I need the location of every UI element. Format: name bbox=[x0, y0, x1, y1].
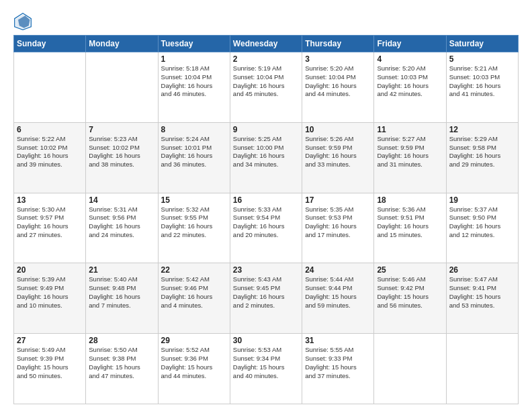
col-tuesday: Tuesday bbox=[158, 36, 230, 52]
day-number: 5 bbox=[449, 54, 515, 64]
col-friday: Friday bbox=[374, 36, 446, 52]
day-info: Sunrise: 5:25 AM Sunset: 10:00 PM Daylig… bbox=[233, 135, 299, 169]
calendar-cell: 20Sunrise: 5:39 AM Sunset: 9:49 PM Dayli… bbox=[14, 263, 86, 334]
col-thursday: Thursday bbox=[302, 36, 374, 52]
day-number: 14 bbox=[89, 195, 154, 205]
day-info: Sunrise: 5:52 AM Sunset: 9:36 PM Dayligh… bbox=[161, 346, 227, 380]
calendar-cell: 12Sunrise: 5:29 AM Sunset: 9:58 PM Dayli… bbox=[446, 122, 518, 193]
day-info: Sunrise: 5:20 AM Sunset: 10:04 PM Daylig… bbox=[305, 64, 371, 99]
calendar-week-row-4: 20Sunrise: 5:39 AM Sunset: 9:49 PM Dayli… bbox=[14, 263, 519, 334]
day-info: Sunrise: 5:33 AM Sunset: 9:54 PM Dayligh… bbox=[233, 205, 299, 240]
day-number: 7 bbox=[89, 125, 154, 134]
logo bbox=[13, 12, 35, 31]
calendar-cell: 6Sunrise: 5:22 AM Sunset: 10:02 PM Dayli… bbox=[14, 122, 86, 193]
col-sunday: Sunday bbox=[14, 36, 86, 52]
calendar-cell: 27Sunrise: 5:49 AM Sunset: 9:39 PM Dayli… bbox=[14, 334, 86, 404]
day-info: Sunrise: 5:30 AM Sunset: 9:57 PM Dayligh… bbox=[17, 205, 83, 240]
col-wednesday: Wednesday bbox=[230, 36, 302, 52]
calendar-cell bbox=[374, 334, 446, 404]
col-saturday: Saturday bbox=[446, 36, 518, 52]
calendar-cell: 28Sunrise: 5:50 AM Sunset: 9:38 PM Dayli… bbox=[86, 334, 158, 404]
calendar-cell: 26Sunrise: 5:47 AM Sunset: 9:41 PM Dayli… bbox=[446, 263, 518, 334]
day-number: 9 bbox=[233, 125, 299, 134]
day-info: Sunrise: 5:32 AM Sunset: 9:55 PM Dayligh… bbox=[161, 205, 227, 240]
calendar-cell: 10Sunrise: 5:26 AM Sunset: 9:59 PM Dayli… bbox=[302, 122, 374, 193]
day-number: 28 bbox=[89, 336, 154, 345]
page: Sunday Monday Tuesday Wednesday Thursday… bbox=[0, 0, 532, 411]
day-info: Sunrise: 5:40 AM Sunset: 9:48 PM Dayligh… bbox=[89, 275, 154, 310]
day-number: 3 bbox=[305, 54, 371, 64]
day-info: Sunrise: 5:50 AM Sunset: 9:38 PM Dayligh… bbox=[89, 346, 154, 380]
day-number: 31 bbox=[305, 336, 371, 345]
calendar-cell: 16Sunrise: 5:33 AM Sunset: 9:54 PM Dayli… bbox=[230, 193, 302, 263]
calendar-header-row: Sunday Monday Tuesday Wednesday Thursday… bbox=[14, 36, 519, 52]
day-number: 19 bbox=[449, 195, 515, 205]
day-info: Sunrise: 5:46 AM Sunset: 9:42 PM Dayligh… bbox=[377, 275, 443, 310]
day-number: 23 bbox=[233, 265, 299, 275]
calendar-cell: 14Sunrise: 5:31 AM Sunset: 9:56 PM Dayli… bbox=[86, 193, 158, 263]
day-number: 21 bbox=[89, 265, 154, 275]
calendar-week-row-1: 1Sunrise: 5:18 AM Sunset: 10:04 PM Dayli… bbox=[14, 52, 519, 123]
calendar-cell bbox=[86, 52, 158, 123]
day-info: Sunrise: 5:43 AM Sunset: 9:45 PM Dayligh… bbox=[233, 275, 299, 310]
day-info: Sunrise: 5:35 AM Sunset: 9:53 PM Dayligh… bbox=[305, 205, 371, 240]
day-info: Sunrise: 5:44 AM Sunset: 9:44 PM Dayligh… bbox=[305, 275, 371, 310]
calendar-cell: 1Sunrise: 5:18 AM Sunset: 10:04 PM Dayli… bbox=[158, 52, 230, 123]
day-number: 4 bbox=[377, 54, 443, 64]
calendar-cell: 11Sunrise: 5:27 AM Sunset: 9:59 PM Dayli… bbox=[374, 122, 446, 193]
day-number: 16 bbox=[233, 195, 299, 205]
calendar-cell: 15Sunrise: 5:32 AM Sunset: 9:55 PM Dayli… bbox=[158, 193, 230, 263]
calendar-cell bbox=[14, 52, 86, 123]
day-number: 25 bbox=[377, 265, 443, 275]
day-info: Sunrise: 5:20 AM Sunset: 10:03 PM Daylig… bbox=[377, 64, 443, 99]
calendar-cell: 18Sunrise: 5:36 AM Sunset: 9:51 PM Dayli… bbox=[374, 193, 446, 263]
day-info: Sunrise: 5:27 AM Sunset: 9:59 PM Dayligh… bbox=[377, 135, 443, 169]
day-info: Sunrise: 5:42 AM Sunset: 9:46 PM Dayligh… bbox=[161, 275, 227, 310]
day-number: 12 bbox=[449, 125, 515, 134]
day-info: Sunrise: 5:18 AM Sunset: 10:04 PM Daylig… bbox=[161, 64, 227, 99]
calendar-cell: 23Sunrise: 5:43 AM Sunset: 9:45 PM Dayli… bbox=[230, 263, 302, 334]
day-info: Sunrise: 5:21 AM Sunset: 10:03 PM Daylig… bbox=[449, 64, 515, 99]
day-number: 22 bbox=[161, 265, 227, 275]
calendar-cell: 29Sunrise: 5:52 AM Sunset: 9:36 PM Dayli… bbox=[158, 334, 230, 404]
day-info: Sunrise: 5:23 AM Sunset: 10:02 PM Daylig… bbox=[89, 135, 154, 169]
calendar-cell: 13Sunrise: 5:30 AM Sunset: 9:57 PM Dayli… bbox=[14, 193, 86, 263]
day-number: 8 bbox=[161, 125, 227, 134]
day-info: Sunrise: 5:19 AM Sunset: 10:04 PM Daylig… bbox=[233, 64, 299, 99]
day-info: Sunrise: 5:47 AM Sunset: 9:41 PM Dayligh… bbox=[449, 275, 515, 310]
day-info: Sunrise: 5:49 AM Sunset: 9:39 PM Dayligh… bbox=[17, 346, 83, 380]
calendar-cell: 19Sunrise: 5:37 AM Sunset: 9:50 PM Dayli… bbox=[446, 193, 518, 263]
day-info: Sunrise: 5:37 AM Sunset: 9:50 PM Dayligh… bbox=[449, 205, 515, 240]
calendar-cell: 4Sunrise: 5:20 AM Sunset: 10:03 PM Dayli… bbox=[374, 52, 446, 123]
day-number: 2 bbox=[233, 54, 299, 64]
day-number: 17 bbox=[305, 195, 371, 205]
calendar-cell: 8Sunrise: 5:24 AM Sunset: 10:01 PM Dayli… bbox=[158, 122, 230, 193]
day-number: 24 bbox=[305, 265, 371, 275]
day-info: Sunrise: 5:29 AM Sunset: 9:58 PM Dayligh… bbox=[449, 135, 515, 169]
day-info: Sunrise: 5:26 AM Sunset: 9:59 PM Dayligh… bbox=[305, 135, 371, 169]
col-monday: Monday bbox=[86, 36, 158, 52]
day-number: 20 bbox=[17, 265, 83, 275]
calendar-cell: 25Sunrise: 5:46 AM Sunset: 9:42 PM Dayli… bbox=[374, 263, 446, 334]
day-number: 26 bbox=[449, 265, 515, 275]
day-info: Sunrise: 5:39 AM Sunset: 9:49 PM Dayligh… bbox=[17, 275, 83, 310]
calendar-cell: 5Sunrise: 5:21 AM Sunset: 10:03 PM Dayli… bbox=[446, 52, 518, 123]
day-info: Sunrise: 5:31 AM Sunset: 9:56 PM Dayligh… bbox=[89, 205, 154, 240]
calendar-cell: 3Sunrise: 5:20 AM Sunset: 10:04 PM Dayli… bbox=[302, 52, 374, 123]
header bbox=[13, 12, 519, 31]
calendar-cell: 30Sunrise: 5:53 AM Sunset: 9:34 PM Dayli… bbox=[230, 334, 302, 404]
day-number: 30 bbox=[233, 336, 299, 345]
calendar-cell: 24Sunrise: 5:44 AM Sunset: 9:44 PM Dayli… bbox=[302, 263, 374, 334]
day-info: Sunrise: 5:22 AM Sunset: 10:02 PM Daylig… bbox=[17, 135, 83, 169]
calendar-cell: 9Sunrise: 5:25 AM Sunset: 10:00 PM Dayli… bbox=[230, 122, 302, 193]
day-info: Sunrise: 5:53 AM Sunset: 9:34 PM Dayligh… bbox=[233, 346, 299, 380]
calendar-cell: 17Sunrise: 5:35 AM Sunset: 9:53 PM Dayli… bbox=[302, 193, 374, 263]
day-number: 10 bbox=[305, 125, 371, 134]
day-number: 15 bbox=[161, 195, 227, 205]
day-number: 6 bbox=[17, 125, 83, 134]
day-info: Sunrise: 5:55 AM Sunset: 9:33 PM Dayligh… bbox=[305, 346, 371, 380]
day-number: 29 bbox=[161, 336, 227, 345]
calendar-cell: 31Sunrise: 5:55 AM Sunset: 9:33 PM Dayli… bbox=[302, 334, 374, 404]
calendar-week-row-5: 27Sunrise: 5:49 AM Sunset: 9:39 PM Dayli… bbox=[14, 334, 519, 404]
logo-icon bbox=[13, 12, 32, 31]
